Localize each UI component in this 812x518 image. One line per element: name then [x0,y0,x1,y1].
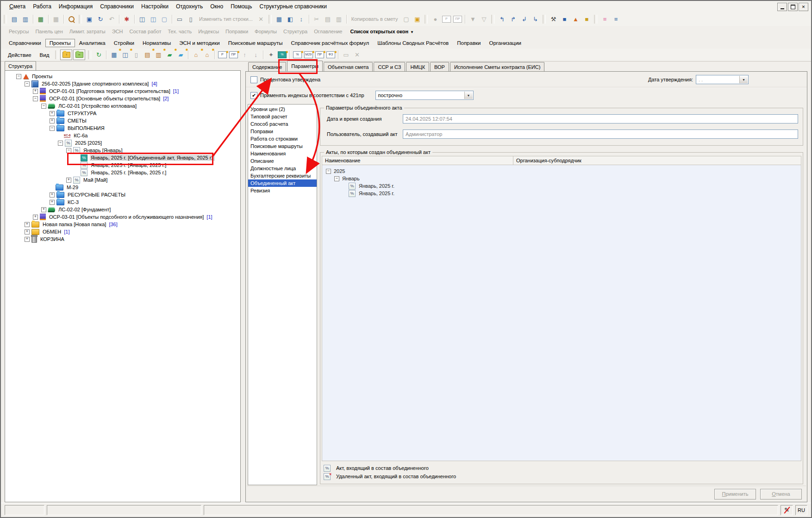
menu-item-настройки[interactable]: Настройки [137,2,172,11]
menu-item-смета[interactable]: Смета [6,2,29,11]
tree-item[interactable]: %Январь, 2025 г. [Январь, 2025 г.] [5,169,240,176]
collapse-icon[interactable]: − [41,104,46,109]
created-user-field[interactable]: Администратор [403,130,798,139]
add-building-icon[interactable]: ▦ [108,50,119,60]
approval-date-combo[interactable]: . . ▼ [696,75,749,84]
folder-up-icon[interactable]: ↑ [60,49,72,60]
detail-tab-содержание[interactable]: Содержание [248,62,286,71]
tree-item[interactable]: +СТРУКТУРА [5,110,240,117]
expand-icon[interactable]: + [66,178,71,183]
param-list-item[interactable]: Наименования [248,150,317,157]
collapse-icon[interactable]: − [66,148,71,153]
apply-button[interactable]: Применить [714,489,756,500]
collapse-icon[interactable]: − [33,96,38,101]
percent-act-icon[interactable]: % [276,50,287,60]
pr-report-icon[interactable]: ПР [314,50,325,60]
save-icon[interactable]: ▣ [84,14,95,24]
tree-item[interactable]: +ОСР-03-01 [Объекты подсобного и обслужи… [5,213,240,221]
workspace-tab-аналитика[interactable]: Аналитика [75,39,110,47]
resources-icon[interactable]: ✦ [265,50,276,60]
price-level-p-icon[interactable]: P [217,50,228,60]
level-first-icon[interactable]: ↰ [496,14,507,24]
close-button[interactable]: ✕ [799,3,808,11]
transport-icon[interactable]: ■ [581,14,592,24]
expand-icon[interactable]: + [33,89,38,94]
truck-icon[interactable]: ■ [559,14,570,24]
tree-item[interactable]: +ОСР-01-01 [Подготовка территории строит… [5,87,240,95]
collapse-icon[interactable]: − [50,126,55,131]
param-list-item[interactable]: Описание [248,157,317,165]
expand-icon[interactable]: + [25,229,30,234]
workspace-tab-нормативы[interactable]: Нормативы [138,39,175,47]
tree-item[interactable]: +СМЕТЫ [5,117,240,124]
approval-checkbox[interactable] [250,76,257,83]
copy-object-icon[interactable]: ⌂ [201,50,212,60]
menu-вид[interactable]: Вид [36,51,54,59]
workspace-tab-поисковые-маршруты[interactable]: Поисковые маршруты [224,39,287,47]
workspace-tab-организации[interactable]: Организации [485,39,525,47]
machines-icon[interactable]: ⚒ [548,14,559,24]
paste-buffer-icon[interactable]: ▣ [412,14,423,24]
acts-tree-item[interactable]: −Январь [322,175,801,182]
tree-item[interactable]: +Новая папка [Новая папка][36] [5,221,240,228]
expand-icon[interactable]: + [25,237,30,242]
menu-item-работа[interactable]: Работа [29,2,55,11]
detail-tab-исполнение-сметы-контракта-еис-[interactable]: Исполнение Сметы контракта (ЕИС) [450,62,544,71]
copy-estimate-icon[interactable]: ▥ [153,50,164,60]
param-list-item[interactable]: Бухгалтерские реквизиты [248,172,317,179]
tree-item[interactable]: −ЛС-02-01 [Устройство котлована] [5,102,240,110]
detail-tab-вор[interactable]: ВОР [430,62,449,71]
tree-item[interactable]: +КС-3 [5,198,240,206]
tree-structure-icon[interactable]: ▤ [9,14,20,24]
tree-levels-icon[interactable]: ▥ [20,14,31,24]
expand-icon[interactable]: + [41,207,46,212]
param-list-item[interactable]: Типовой расчет [248,113,317,120]
indices-mode-combo[interactable]: построчно ▼ [375,91,474,100]
comment-icon[interactable]: ▢ [159,14,170,24]
workspace-tab-эсн-и-методики[interactable]: ЭСН и методики [175,39,224,47]
workspace-tab-шаблоны-сводных-расчётов[interactable]: Шаблоны Сводных Расчётов [373,39,453,47]
expand-icon[interactable]: + [50,111,55,116]
tree-item[interactable]: −ВЫПОЛНЕНИЯ [5,124,240,132]
detail-tab-нмцк[interactable]: НМЦК [406,62,429,71]
workspace-tab-справочники[interactable]: Справочники [5,39,45,47]
tree-item[interactable]: +ОБМЕН[1] [5,228,240,235]
tree-item[interactable]: +ЛС-02-02 [Фундамент] [5,206,240,213]
tree-item[interactable]: %Январь, 2025 г. [Объединенный акт, Янва… [5,154,240,161]
refresh-tree-icon[interactable]: ↻ [93,50,104,60]
param-list-item[interactable]: Уровни цен (2) [248,105,317,113]
column-name[interactable]: Наименование [322,156,513,165]
acts-tree-item[interactable]: %Январь, 2025 г. [322,182,801,190]
folder-collapse-icon[interactable]: − [73,49,85,60]
tree-item[interactable]: %Январь, 2025 г. [Январь, 2025 г.] [5,161,240,169]
tree-item[interactable]: −ОСР-02-01 [Основные объекты строительст… [5,95,240,102]
level-up-icon[interactable]: ↱ [507,14,518,24]
search-icon[interactable] [66,14,77,24]
workspace-tab-поправки[interactable]: Поправки [453,39,485,47]
table-settings-icon[interactable]: ▦ [274,14,285,24]
print-icon[interactable]: ▭ [174,14,185,24]
collapse-icon[interactable]: − [334,176,339,181]
minimize-button[interactable] [777,3,787,11]
tree-item[interactable]: −%2025 [2025] [5,139,240,147]
param-list-item[interactable]: Ревизия [248,187,317,194]
index-percent-icon[interactable]: % [292,50,303,60]
tree-item[interactable]: +КОРЗИНА [5,235,240,243]
menu-действие[interactable]: Действие [4,51,36,59]
refresh-icon[interactable]: ↻ [95,14,106,24]
layers-blue-icon[interactable]: ≡ [610,14,621,24]
param-list-item[interactable]: Поправки [248,128,317,135]
menu-item-помощь[interactable]: Помощь [227,2,256,11]
sort-rows-icon[interactable]: ↕ [296,14,307,24]
insert-row-icon[interactable]: ◫ [137,14,148,24]
tree-item[interactable]: −Проекты [5,73,240,80]
price-level-pr-icon[interactable]: ПР [228,50,239,60]
level-right-icon[interactable]: ↳ [530,14,541,24]
tree-item[interactable]: +РЕСУРСНЫЕ РАСЧЕТЫ [5,191,240,198]
m29-icon[interactable]: М29 [303,50,314,60]
created-datetime-field[interactable]: 24.04.2025 12:07:54 [403,114,798,123]
param-list-item[interactable]: Поисковые маршруты [248,142,317,150]
menu-item-справочники[interactable]: Справочники [96,2,137,11]
materials-icon[interactable]: ▲ [570,14,581,24]
menu-item-окно[interactable]: Окно [206,2,227,11]
